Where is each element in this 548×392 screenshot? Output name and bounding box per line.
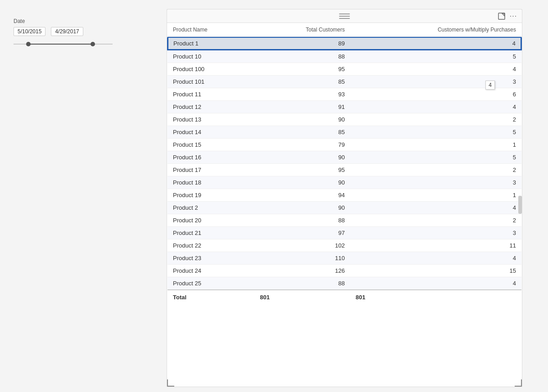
col-header-product-name: Product Name (168, 23, 254, 37)
more-options-icon[interactable]: ··· (509, 12, 517, 20)
cell-product-name: Product 22 (168, 239, 254, 252)
table-row[interactable]: Product 231104 (168, 252, 521, 265)
cell-total-customers: 89 (254, 37, 350, 50)
table-header: Product Name Total Customers Customers w… (168, 23, 521, 37)
table-row[interactable]: Product 19941 (168, 189, 521, 202)
cell-customers-multiply: 6 (350, 88, 521, 101)
table-row[interactable]: Product 16905 (168, 151, 521, 164)
cell-customers-multiply: 4 (350, 63, 521, 76)
cell-customers-multiply: 11 (350, 239, 521, 252)
panel-header-icons: ··· (498, 12, 517, 20)
drag-line-2 (339, 16, 350, 17)
table-row[interactable]: Product 18903 (168, 176, 521, 189)
cell-product-name: Product 11 (168, 88, 254, 101)
cell-total-customers: 94 (254, 189, 350, 202)
cell-total-customers: 126 (254, 265, 350, 277)
table-panel: ··· 4 Product Name Total Customers (167, 9, 522, 387)
cell-product-name: Product 18 (168, 176, 254, 189)
panel-header: ··· (167, 9, 522, 23)
cell-product-name: Product 25 (168, 277, 254, 290)
cell-customers-multiply: 2 (350, 164, 521, 176)
cell-total-customers: 90 (254, 151, 350, 164)
cell-product-name: Product 1 (168, 37, 254, 50)
table-row[interactable]: Product 13902 (168, 113, 521, 126)
date-values: 5/10/2015 4/29/2017 (14, 27, 149, 36)
cell-customers-multiply: 4 (350, 202, 521, 214)
slider-thumb-left[interactable] (26, 42, 31, 46)
slider-thumb-right[interactable] (91, 42, 95, 46)
cell-product-name: Product 13 (168, 113, 254, 126)
cell-total-customers: 91 (254, 101, 350, 113)
drag-line-3 (339, 18, 350, 19)
cell-total-customers: 93 (254, 88, 350, 101)
cell-product-name: Product 12 (168, 101, 254, 113)
cell-customers-multiply: 1 (350, 139, 521, 151)
date-filter-panel: Date 5/10/2015 4/29/2017 (14, 18, 149, 49)
table-row[interactable]: Product 12914 (168, 101, 521, 113)
total-multiply-value: 801 (350, 290, 521, 304)
table-row[interactable]: Product 11936 (168, 88, 521, 101)
cell-customers-multiply: 4 (350, 252, 521, 265)
cell-total-customers: 85 (254, 76, 350, 88)
slider-fill (28, 44, 93, 45)
cell-customers-multiply: 1 (350, 189, 521, 202)
data-table: Product Name Total Customers Customers w… (167, 23, 522, 304)
table-row[interactable]: Product 2412615 (168, 265, 521, 277)
cell-total-customers: 85 (254, 126, 350, 139)
table-row[interactable]: Product 2210211 (168, 239, 521, 252)
cell-product-name: Product 2 (168, 202, 254, 214)
table-header-row: Product Name Total Customers Customers w… (168, 23, 521, 37)
cell-customers-multiply: 3 (350, 176, 521, 189)
table-row[interactable]: Product 14855 (168, 126, 521, 139)
date-start[interactable]: 5/10/2015 (14, 27, 45, 36)
table-scroll-area[interactable]: 4 Product Name Total Customers Customers… (167, 23, 522, 387)
table-row[interactable]: Product 20882 (168, 214, 521, 227)
date-slider[interactable] (14, 40, 113, 49)
cell-total-customers: 79 (254, 139, 350, 151)
cell-total-customers: 90 (254, 113, 350, 126)
table-footer: Total 801 801 (168, 290, 521, 304)
cell-total-customers: 110 (254, 252, 350, 265)
table-row[interactable]: Product 101853 (168, 76, 521, 88)
cell-customers-multiply: 15 (350, 265, 521, 277)
total-label: Total (168, 290, 254, 304)
cell-product-name: Product 20 (168, 214, 254, 227)
cell-product-name: Product 17 (168, 164, 254, 176)
svg-rect-0 (498, 13, 505, 19)
cell-total-customers: 90 (254, 202, 350, 214)
table-row[interactable]: Product 25884 (168, 277, 521, 290)
total-row: Total 801 801 (168, 290, 521, 304)
cell-customers-multiply: 3 (350, 76, 521, 88)
expand-icon[interactable] (498, 12, 506, 20)
cell-customers-multiply: 4 (350, 277, 521, 290)
cell-total-customers: 88 (254, 277, 350, 290)
cell-product-name: Product 16 (168, 151, 254, 164)
cell-customers-multiply: 5 (350, 50, 521, 63)
resize-handle-right[interactable] (518, 196, 522, 214)
cell-customers-multiply: 5 (350, 126, 521, 139)
table-row[interactable]: Product 100954 (168, 63, 521, 76)
table-row[interactable]: Product 2904 (168, 202, 521, 214)
cell-product-name: Product 14 (168, 126, 254, 139)
cell-product-name: Product 15 (168, 139, 254, 151)
cell-customers-multiply: 2 (350, 214, 521, 227)
cell-product-name: Product 19 (168, 189, 254, 202)
table-row[interactable]: Product 17952 (168, 164, 521, 176)
cell-product-name: Product 24 (168, 265, 254, 277)
cell-customers-multiply: 3 (350, 227, 521, 239)
table-row[interactable]: Product 10885 (168, 50, 521, 63)
cell-customers-multiply: 4 (350, 101, 521, 113)
cell-customers-multiply: 5 (350, 151, 521, 164)
drag-handle[interactable] (339, 14, 350, 19)
cell-customers-multiply: 2 (350, 113, 521, 126)
cell-product-name: Product 100 (168, 63, 254, 76)
date-end[interactable]: 4/29/2017 (51, 27, 83, 36)
table-row[interactable]: Product 15791 (168, 139, 521, 151)
drag-line-1 (339, 14, 350, 14)
table-row[interactable]: Product 21973 (168, 227, 521, 239)
col-header-total-customers: Total Customers (254, 23, 350, 37)
cell-total-customers: 88 (254, 50, 350, 63)
page-container: Date 5/10/2015 4/29/2017 (0, 0, 548, 392)
table-body: Product 1894Product 10885Product 100954P… (168, 37, 521, 290)
table-row[interactable]: Product 1894 (168, 37, 521, 50)
